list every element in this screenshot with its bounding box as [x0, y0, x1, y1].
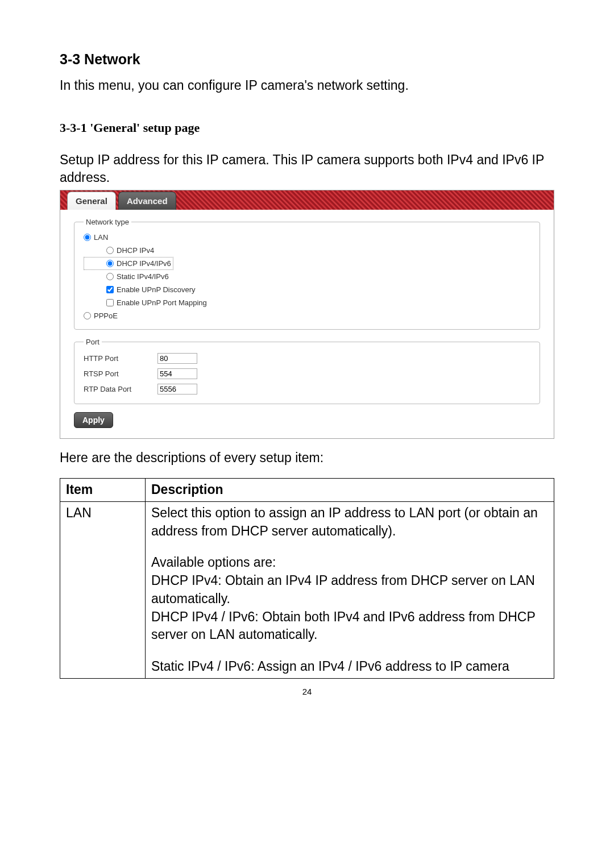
- rtp-data-port-row: RTP Data Port: [84, 381, 530, 397]
- rtp-data-port-input[interactable]: [157, 384, 197, 394]
- cell-desc-lan: Select this option to assign an IP addre…: [146, 501, 554, 678]
- port-group: Port HTTP Port RTSP Port RTP Data Port: [74, 338, 540, 404]
- table-row: LAN Select this option to assign an IP a…: [60, 501, 554, 678]
- rtsp-port-input[interactable]: [157, 368, 197, 379]
- header-item: Item: [60, 479, 146, 502]
- lan-desc-dhcp-ipv4: DHCP IPv4: Obtain an IPv4 IP address fro…: [151, 572, 548, 608]
- upnp-port-mapping-label: Enable UPnP Port Mapping: [117, 298, 207, 307]
- upnp-port-mapping-row[interactable]: Enable UPnP Port Mapping: [84, 296, 530, 309]
- cell-item-lan: LAN: [60, 501, 146, 678]
- header-description: Description: [146, 479, 554, 502]
- pppoe-radio-row[interactable]: PPPoE: [84, 309, 530, 322]
- network-type-legend: Network type: [84, 218, 131, 226]
- table-header-row: Item Description: [60, 479, 554, 502]
- page-number: 24: [60, 687, 554, 696]
- port-legend: Port: [84, 338, 102, 346]
- http-port-input[interactable]: [157, 353, 197, 364]
- section-heading: 3-3 Network: [60, 51, 554, 68]
- tab-advanced[interactable]: Advanced: [118, 192, 176, 210]
- upnp-discovery-checkbox[interactable]: [106, 286, 114, 293]
- tab-general[interactable]: General: [67, 192, 116, 210]
- lan-desc-p1: Select this option to assign an IP addre…: [151, 504, 548, 540]
- static-ipv4-ipv6-radio[interactable]: [106, 273, 114, 280]
- dhcp-ipv4-label: DHCP IPv4: [117, 246, 154, 255]
- lan-radio-row[interactable]: LAN: [84, 231, 530, 244]
- tab-bar: General Advanced: [60, 190, 554, 210]
- subsection-heading: 3-3-1 'General' setup page: [60, 121, 554, 135]
- upnp-port-mapping-checkbox[interactable]: [106, 299, 114, 306]
- dhcp-ipv4-ipv6-label: DHCP IPv4/IPv6: [117, 259, 171, 268]
- lan-radio[interactable]: [84, 234, 91, 241]
- network-type-group: Network type LAN DHCP IPv4 DHCP IPv4/IPv…: [74, 218, 540, 330]
- http-port-label: HTTP Port: [84, 354, 157, 363]
- subsection-intro-text: Setup IP address for this IP camera. Thi…: [60, 151, 554, 186]
- rtsp-port-label: RTSP Port: [84, 369, 157, 378]
- lan-desc-options-heading: Available options are:: [151, 554, 548, 572]
- lan-label: LAN: [94, 233, 108, 242]
- rtp-data-port-label: RTP Data Port: [84, 385, 157, 393]
- upnp-discovery-row[interactable]: Enable UPnP Discovery: [84, 283, 530, 296]
- upnp-discovery-label: Enable UPnP Discovery: [117, 285, 196, 294]
- section-intro-text: In this menu, you can configure IP camer…: [60, 77, 554, 94]
- settings-panel: Network type LAN DHCP IPv4 DHCP IPv4/IPv…: [60, 210, 554, 438]
- lan-desc-dhcp-ipv4-ipv6: DHCP IPv4 / IPv6: Obtain both IPv4 and I…: [151, 608, 548, 644]
- network-settings-screenshot: General Advanced Network type LAN DHCP I…: [60, 190, 554, 439]
- apply-button[interactable]: Apply: [74, 412, 113, 428]
- lan-desc-static: Static IPv4 / IPv6: Assign an IPv4 / IPv…: [151, 658, 548, 676]
- dhcp-ipv4-radio[interactable]: [106, 247, 114, 254]
- static-ipv4-ipv6-row[interactable]: Static IPv4/IPv6: [84, 270, 530, 283]
- rtsp-port-row: RTSP Port: [84, 366, 530, 381]
- pppoe-radio[interactable]: [84, 312, 91, 319]
- http-port-row: HTTP Port: [84, 351, 530, 366]
- pppoe-label: PPPoE: [94, 312, 118, 320]
- screenshot-followup-text: Here are the descriptions of every setup…: [60, 450, 554, 466]
- dhcp-ipv4-ipv6-radio[interactable]: [106, 260, 114, 267]
- dhcp-ipv4-row[interactable]: DHCP IPv4: [84, 244, 530, 257]
- static-ipv4-ipv6-label: Static IPv4/IPv6: [117, 272, 169, 281]
- description-table: Item Description LAN Select this option …: [60, 478, 554, 679]
- dhcp-ipv4-ipv6-row[interactable]: DHCP IPv4/IPv6: [84, 257, 173, 270]
